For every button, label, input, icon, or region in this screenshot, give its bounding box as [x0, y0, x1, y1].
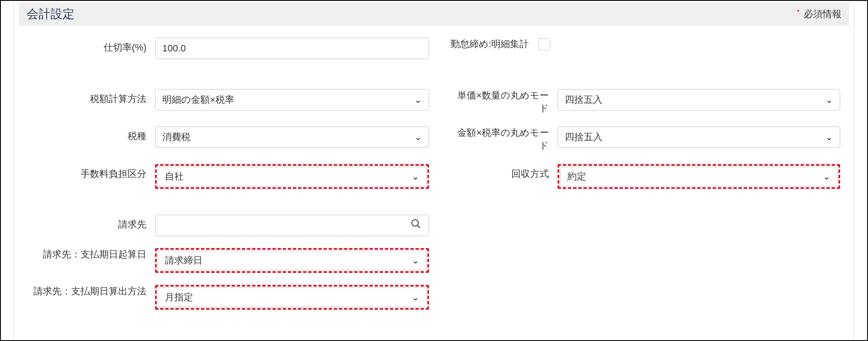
row-commission: 仕切率(%) 勤怠締め:明細集計	[27, 38, 841, 59]
control-unit-round: 四捨五入 ⌄	[558, 89, 840, 111]
highlight-collection: 約定 ⌄	[558, 164, 840, 189]
amount-round-value: 四捨五入	[565, 131, 603, 144]
label-tax-type: 税種	[27, 126, 155, 143]
control-amount-round: 四捨五入 ⌄	[558, 126, 840, 148]
attendance-checkbox-field: 勤怠締め:明細集計	[450, 38, 841, 51]
col-attendance: 勤怠締め:明細集計	[450, 38, 841, 51]
search-icon[interactable]	[410, 218, 422, 233]
label-collection: 回収方式	[450, 164, 558, 180]
attendance-checkbox[interactable]	[538, 38, 550, 50]
due-calc-select[interactable]: 月指定 ⌄	[158, 287, 427, 307]
control-billing	[155, 215, 429, 236]
control-tax-type: 消費税 ⌄	[155, 126, 429, 148]
amount-round-select[interactable]: 四捨五入 ⌄	[558, 126, 840, 148]
fee-burden-select[interactable]: 自社 ⌄	[158, 167, 427, 186]
settings-panel: 会計設定 * 必須情報 仕切率(%)	[19, 3, 849, 310]
highlight-fee-burden: 自社 ⌄	[155, 164, 429, 189]
label-commission-rate: 仕切率(%)	[27, 38, 155, 54]
label-billing: 請求先	[27, 215, 155, 231]
chevron-down-icon: ⌄	[826, 132, 833, 142]
row-billing: 請求先	[27, 215, 841, 236]
divider-left	[14, 3, 14, 338]
label-fee-burden: 手数料負担区分	[27, 164, 155, 180]
due-calc-value: 月指定	[165, 291, 193, 304]
fee-burden-value: 自社	[165, 170, 184, 183]
label-attendance: 勤怠締め:明細集計	[450, 38, 529, 51]
chevron-down-icon: ⌄	[412, 171, 419, 182]
section-header: 会計設定 * 必須情報	[19, 3, 849, 26]
row-tax-type: 税種 消費税 ⌄ 金額×税率の丸めモード 四捨五入 ⌄	[27, 126, 841, 152]
label-tax-calc: 税額計算方法	[27, 89, 155, 105]
billing-search-input[interactable]	[162, 220, 410, 231]
chevron-down-icon: ⌄	[415, 132, 422, 142]
asterisk-icon: *	[797, 9, 799, 16]
spacer	[27, 189, 841, 215]
chevron-down-icon: ⌄	[412, 292, 419, 302]
label-unit-round: 単価×数量の丸めモード	[450, 89, 558, 114]
svg-line-1	[418, 225, 420, 228]
control-collection: 約定 ⌄	[558, 164, 840, 189]
row-due-calc: 請求先：支払期日算出方法 月指定 ⌄	[27, 285, 841, 310]
window-frame: 会計設定 * 必須情報 仕切率(%)	[0, 0, 868, 341]
col-amount-round: 金額×税率の丸めモード 四捨五入 ⌄	[450, 126, 841, 152]
control-attendance: 勤怠締め:明細集計	[450, 38, 841, 51]
required-label: 必須情報	[804, 8, 841, 21]
col-tax-type: 税種 消費税 ⌄	[27, 126, 450, 148]
control-fee-burden: 自社 ⌄	[155, 164, 429, 189]
commission-rate-input-wrap	[155, 38, 429, 59]
tax-calc-select[interactable]: 明細の金額×税率 ⌄	[155, 89, 429, 111]
row-tax-calc: 税額計算方法 明細の金額×税率 ⌄ 単価×数量の丸めモード 四捨五入 ⌄	[27, 89, 841, 114]
commission-rate-input[interactable]	[162, 43, 422, 54]
divider-right	[854, 3, 854, 338]
unit-round-select[interactable]: 四捨五入 ⌄	[558, 89, 840, 111]
due-start-select[interactable]: 請求締日 ⌄	[158, 251, 427, 270]
highlight-due-calc: 月指定 ⌄	[155, 285, 429, 310]
label-due-start: 請求先：支払期日起算日	[27, 248, 155, 261]
collection-select[interactable]: 約定 ⌄	[560, 167, 838, 186]
col-fee: 手数料負担区分 自社 ⌄	[27, 164, 450, 189]
control-commission-rate	[155, 38, 429, 59]
label-amount-round: 金額×税率の丸めモード	[450, 126, 558, 152]
col-tax-calc: 税額計算方法 明細の金額×税率 ⌄	[27, 89, 450, 111]
col-commission: 仕切率(%)	[27, 38, 450, 59]
due-start-value: 請求締日	[165, 254, 203, 267]
chevron-down-icon: ⌄	[412, 255, 419, 266]
tax-type-value: 消費税	[162, 131, 191, 144]
chevron-down-icon: ⌄	[823, 171, 830, 182]
col-due-start: 請求先：支払期日起算日 請求締日 ⌄	[27, 248, 450, 273]
required-info: * 必須情報	[797, 8, 841, 21]
chevron-down-icon: ⌄	[826, 95, 833, 105]
tax-type-select[interactable]: 消費税 ⌄	[155, 126, 429, 148]
control-tax-calc: 明細の金額×税率 ⌄	[155, 89, 429, 111]
control-due-start: 請求締日 ⌄	[155, 248, 429, 273]
tax-calc-value: 明細の金額×税率	[162, 93, 234, 106]
col-due-calc: 請求先：支払期日算出方法 月指定 ⌄	[27, 285, 450, 310]
unit-round-value: 四捨五入	[565, 93, 603, 106]
col-collection: 回収方式 約定 ⌄	[450, 164, 841, 189]
col-billing: 請求先	[27, 215, 450, 236]
label-due-calc: 請求先：支払期日算出方法	[27, 285, 155, 298]
highlight-due-start: 請求締日 ⌄	[155, 248, 429, 273]
control-due-calc: 月指定 ⌄	[155, 285, 429, 310]
row-fee-collection: 手数料負担区分 自社 ⌄ 回収方式	[27, 164, 841, 189]
chevron-down-icon: ⌄	[415, 95, 422, 105]
row-due-start: 請求先：支払期日起算日 請求締日 ⌄	[27, 248, 841, 273]
collection-value: 約定	[567, 170, 586, 183]
col-unit-round: 単価×数量の丸めモード 四捨五入 ⌄	[450, 89, 841, 114]
billing-search[interactable]	[155, 215, 429, 236]
section-title: 会計設定	[27, 6, 75, 22]
form-area: 仕切率(%) 勤怠締め:明細集計	[19, 26, 849, 310]
